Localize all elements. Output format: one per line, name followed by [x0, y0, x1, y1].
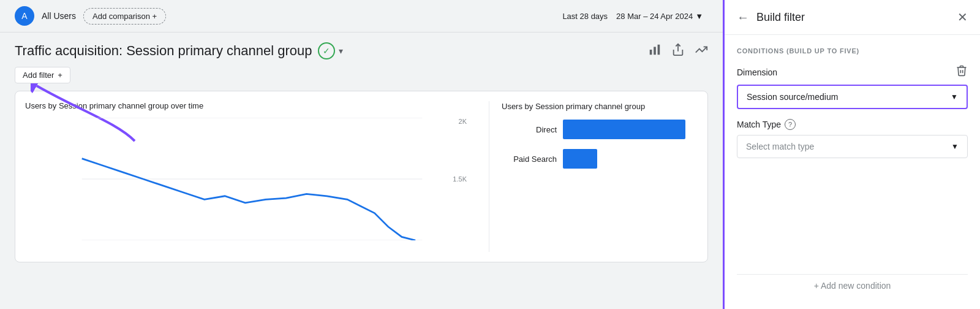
y-label-2k: 2K	[459, 118, 467, 125]
date-range-value: 28 Mar – 24 Apr 2024	[616, 12, 693, 21]
panel-header-left: ← Build filter	[737, 10, 805, 25]
dimension-label: Dimension	[737, 67, 777, 77]
bar-fill-direct	[563, 120, 685, 139]
match-type-row: Match Type ?	[737, 119, 968, 130]
dimension-section: Dimension Session source/medium ▼	[737, 64, 968, 109]
dimension-dropdown-text: Session source/medium	[747, 92, 838, 102]
svg-rect-2	[658, 44, 660, 55]
page-header: Traffic acquisition: Session primary cha…	[15, 42, 708, 59]
add-condition-button: + Add new condition	[737, 274, 968, 297]
panel-title: Build filter	[756, 11, 805, 24]
add-filter-plus-icon: +	[58, 71, 62, 80]
match-type-section: Match Type ? Select match type ▼	[737, 119, 968, 158]
trash-icon[interactable]	[956, 64, 968, 80]
panel-header: ← Build filter ✕	[725, 0, 980, 35]
help-icon[interactable]: ?	[785, 119, 796, 130]
main-content: Traffic acquisition: Session primary cha…	[0, 32, 723, 309]
avatar: A	[15, 6, 34, 26]
table-row: Paid Search	[502, 149, 698, 169]
bar-label-direct: Direct	[502, 125, 557, 134]
verified-check-icon[interactable]: ✓	[318, 42, 335, 59]
conditions-label: CONDITIONS (BUILD UP TO FIVE)	[737, 47, 968, 55]
add-condition-label: + Add new condition	[814, 281, 891, 291]
match-type-dropdown[interactable]: Select match type ▼	[737, 135, 968, 158]
verified-icon-wrap: ✓ ▾	[318, 42, 343, 59]
dimension-dropdown[interactable]: Session source/medium ▼	[737, 85, 968, 109]
share-icon[interactable]	[671, 43, 685, 59]
back-button[interactable]: ←	[737, 10, 749, 25]
panel-body: CONDITIONS (BUILD UP TO FIVE) Dimension …	[725, 35, 980, 309]
bar-fill-paid-search	[563, 149, 597, 169]
line-chart-container: 2K 1.5K	[25, 118, 479, 240]
chart-area: Users by Session primary channel group o…	[15, 91, 708, 262]
verified-chevron-icon[interactable]: ▾	[339, 46, 343, 56]
match-type-chevron-icon: ▼	[951, 142, 959, 151]
bar-chart-subtitle: Users by Session primary channel group	[502, 101, 698, 112]
bar-chart-section: Users by Session primary channel group D…	[489, 101, 698, 252]
match-type-placeholder: Select match type	[746, 142, 814, 151]
all-users-label: All Users	[42, 11, 76, 21]
dimension-row: Dimension	[737, 64, 968, 80]
build-filter-panel: ← Build filter ✕ CONDITIONS (BUILD UP TO…	[723, 0, 980, 309]
trend-icon[interactable]	[695, 43, 708, 59]
chart-icon[interactable]	[648, 43, 662, 59]
line-chart-section: Users by Session primary channel group o…	[25, 101, 489, 252]
date-range-prefix: Last 28 days	[562, 12, 608, 21]
match-type-label: Match Type	[737, 120, 781, 129]
line-chart-subtitle: Users by Session primary channel group o…	[25, 101, 479, 110]
page-title: Traffic acquisition: Session primary cha…	[15, 43, 312, 59]
date-range-chevron-icon: ▼	[695, 12, 703, 21]
add-comparison-button[interactable]: Add comparison +	[83, 8, 166, 25]
top-bar: A All Users Add comparison + Last 28 day…	[0, 0, 723, 32]
close-button[interactable]: ✕	[957, 10, 968, 25]
svg-rect-1	[654, 47, 656, 55]
dimension-chevron-icon: ▼	[951, 93, 958, 101]
left-panel: A All Users Add comparison + Last 28 day…	[0, 0, 723, 309]
y-label-15k: 1.5K	[453, 175, 467, 183]
svg-rect-0	[650, 50, 652, 55]
add-filter-label: Add filter	[23, 71, 54, 80]
top-bar-left: A All Users Add comparison +	[15, 6, 166, 26]
add-filter-button[interactable]: Add filter +	[15, 67, 70, 83]
bar-label-paid-search: Paid Search	[502, 154, 557, 164]
top-bar-right: Last 28 days 28 Mar – 24 Apr 2024 ▼	[562, 9, 708, 23]
header-icons	[648, 43, 708, 59]
line-chart-svg	[25, 118, 479, 240]
table-row: Direct	[502, 120, 698, 139]
date-range-button[interactable]: 28 Mar – 24 Apr 2024 ▼	[611, 9, 708, 23]
